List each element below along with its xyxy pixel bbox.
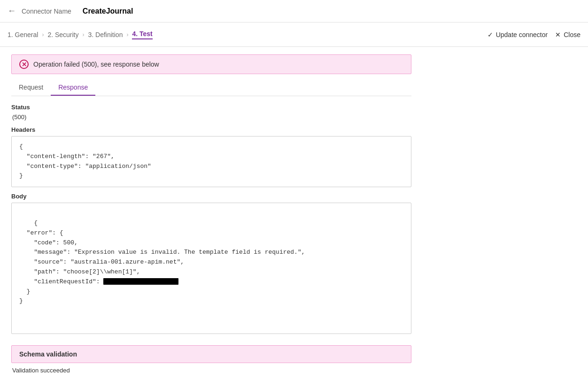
separator-2: › — [83, 31, 85, 38]
error-message: Operation failed (500), see response bel… — [33, 61, 159, 68]
tab-response[interactable]: Response — [51, 80, 95, 96]
status-value: (500) — [11, 114, 411, 121]
response-tabs: Request Response — [11, 80, 411, 96]
back-button[interactable]: ← — [8, 6, 16, 16]
breadcrumb: 1. General › 2. Security › 3. Definition… — [0, 23, 588, 47]
schema-validation-title: Schema validation — [19, 350, 403, 358]
schema-validation-result: Validation succeeded — [11, 367, 411, 374]
body-line4: "message": "Expression value is invalid.… — [19, 249, 305, 256]
connector-name-label: Connector Name — [22, 8, 71, 15]
close-icon: ✕ — [555, 31, 561, 38]
body-content: { "error": { "code": 500, "message": "Ex… — [11, 203, 411, 334]
tab-request[interactable]: Request — [11, 80, 51, 96]
close-button[interactable]: ✕ Close — [555, 31, 580, 38]
body-label: Body — [11, 193, 411, 200]
operation-name-label: CreateJournal — [83, 7, 133, 15]
headers-label: Headers — [11, 126, 411, 133]
error-banner: ✕ Operation failed (500), see response b… — [11, 54, 411, 74]
breadcrumb-test[interactable]: 4. Test — [132, 30, 152, 39]
breadcrumb-general[interactable]: 1. General — [8, 31, 38, 38]
error-icon: ✕ — [19, 60, 29, 69]
main-content: ✕ Operation failed (500), see response b… — [0, 47, 423, 379]
redacted-value — [103, 278, 178, 285]
body-line9: } — [19, 297, 23, 304]
top-bar: ← Connector Name CreateJournal — [0, 0, 588, 23]
schema-validation-section: Schema validation — [11, 345, 411, 363]
breadcrumb-actions: ✓ Update connector ✕ Close — [487, 31, 580, 38]
separator-1: › — [42, 31, 44, 38]
status-label: Status — [11, 104, 411, 111]
update-connector-button[interactable]: ✓ Update connector — [487, 31, 548, 38]
body-line1: { — [34, 220, 38, 227]
body-line5: "source": "australia-001.azure-apim.net"… — [19, 258, 184, 265]
breadcrumb-definition[interactable]: 3. Definition — [88, 31, 123, 38]
breadcrumb-security[interactable]: 2. Security — [47, 31, 78, 38]
headers-content: { "content-length": "267", "content-type… — [11, 136, 411, 187]
body-line8: } — [19, 288, 30, 295]
body-line6: "path": "choose[2]\\when[1]", — [19, 268, 140, 275]
body-line2: "error": { — [19, 229, 63, 236]
body-line7-prefix: "clientRequestId": — [19, 278, 103, 285]
checkmark-icon: ✓ — [487, 31, 493, 38]
separator-3: › — [126, 31, 128, 38]
body-line3: "code": 500, — [19, 239, 78, 246]
